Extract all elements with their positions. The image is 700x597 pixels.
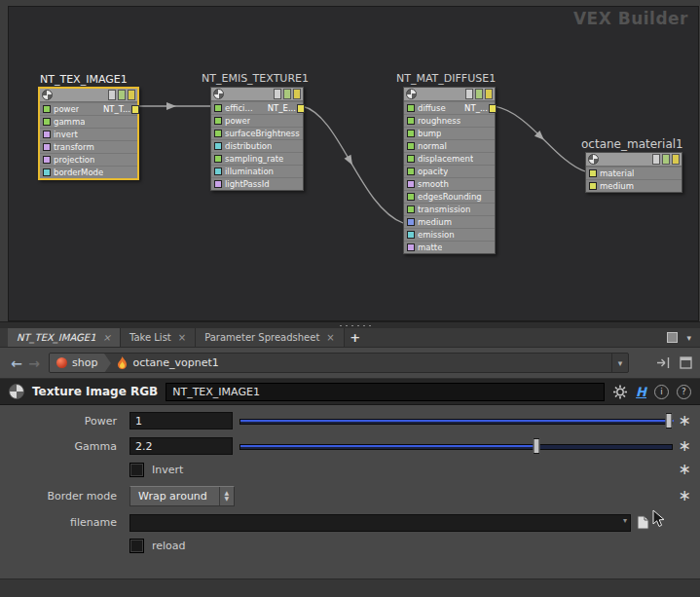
input-connector-icon[interactable]	[407, 117, 415, 125]
node-flag-icon[interactable]	[652, 154, 660, 165]
network-editor[interactable]: VEX Builder NT_TEX_IMAGE1 power NT_T...	[8, 6, 699, 321]
node-nt-emis-texture1[interactable]: NT_EMIS_TEXTURE1 effici... NT_E... power…	[210, 87, 304, 191]
tab-parameter-spreadsheet[interactable]: Parameter Spreadsheet ×	[196, 328, 345, 347]
node-nt-mat-diffuse1[interactable]: NT_MAT_DIFFUSE1 diffuse NT_... roughness…	[403, 87, 496, 254]
filename-field[interactable]	[129, 514, 631, 532]
node-input-row[interactable]: opacity	[404, 165, 495, 177]
file-chooser-icon[interactable]	[637, 515, 649, 530]
input-connector-icon[interactable]	[43, 156, 51, 164]
path-dropdown-icon[interactable]: ▾	[611, 354, 628, 372]
input-connector-icon[interactable]	[407, 218, 415, 226]
input-connector-icon[interactable]	[43, 143, 51, 151]
input-connector-icon[interactable]	[407, 180, 415, 188]
power-slider[interactable]	[239, 413, 673, 429]
node-name-input[interactable]	[166, 383, 605, 401]
input-connector-icon[interactable]	[214, 117, 222, 125]
close-icon[interactable]: ×	[178, 332, 186, 343]
node-flag-icon[interactable]	[662, 154, 670, 165]
node-input-row[interactable]: distribution	[211, 139, 303, 152]
node-input-row[interactable]: invert	[40, 128, 137, 140]
help-icon[interactable]: ?	[677, 385, 691, 399]
input-connector-icon[interactable]	[407, 205, 415, 213]
input-connector-icon[interactable]	[407, 130, 415, 137]
filename-dropdown-icon[interactable]: ▾	[623, 516, 627, 525]
input-connector-icon[interactable]	[407, 155, 415, 163]
slider-handle[interactable]	[533, 438, 539, 454]
info-icon[interactable]: i	[654, 385, 669, 399]
node-input-row[interactable]: power NT_T...	[40, 102, 137, 115]
node-flag-icon[interactable]	[108, 90, 116, 100]
pane-menu-chevron-icon[interactable]: ▾	[686, 333, 691, 343]
reload-checkbox[interactable]	[129, 539, 144, 553]
close-icon[interactable]: ×	[326, 332, 334, 343]
node-input-row[interactable]: edgesRounding	[404, 190, 495, 203]
node-header[interactable]	[586, 153, 682, 167]
output-connector-icon[interactable]	[489, 104, 497, 113]
input-connector-icon[interactable]	[214, 155, 222, 163]
node-input-row[interactable]: surfaceBrightness	[211, 127, 303, 139]
tab-take-list[interactable]: Take List ×	[121, 328, 196, 347]
node-input-row[interactable]: roughness	[404, 114, 495, 127]
node-input-row[interactable]: transmission	[404, 203, 495, 215]
input-connector-icon[interactable]	[43, 118, 51, 126]
node-input-row[interactable]: emission	[404, 228, 495, 241]
node-input-row[interactable]: matte	[404, 241, 495, 253]
power-value-field[interactable]	[129, 412, 233, 429]
pin-pane-icon[interactable]	[680, 356, 692, 369]
input-connector-icon[interactable]	[589, 182, 597, 190]
gamma-slider[interactable]	[239, 438, 673, 454]
parameter-gear-icon[interactable]: ∗	[679, 488, 691, 504]
link-pane-icon[interactable]	[656, 356, 672, 369]
input-connector-icon[interactable]	[43, 168, 51, 176]
wire[interactable]	[494, 106, 585, 171]
output-connector-icon[interactable]	[297, 104, 305, 113]
network-path-field[interactable]: shop octane_vopnet1 ▾	[49, 353, 629, 373]
border-mode-dropdown[interactable]: Wrap around ▲ ▼	[129, 486, 235, 506]
node-input-row[interactable]: material	[586, 167, 682, 179]
input-connector-icon[interactable]	[407, 142, 415, 150]
input-connector-icon[interactable]	[214, 168, 222, 175]
hda-indicator-icon[interactable]: H	[636, 385, 646, 399]
node-header[interactable]	[211, 88, 303, 101]
node-input-row[interactable]: diffuse NT_...	[404, 101, 495, 114]
node-flag-icon[interactable]	[274, 89, 281, 99]
input-connector-icon[interactable]	[407, 243, 415, 251]
gamma-value-field[interactable]	[129, 437, 233, 455]
node-input-row[interactable]: transform	[40, 140, 137, 153]
node-input-row[interactable]: lightPassId	[211, 177, 303, 190]
node-flag-icon[interactable]	[475, 89, 483, 99]
node-input-row[interactable]: normal	[404, 139, 495, 152]
node-input-row[interactable]: smooth	[404, 177, 495, 190]
node-input-row[interactable]: bump	[404, 127, 495, 139]
input-connector-icon[interactable]	[407, 168, 415, 175]
node-input-row[interactable]: displacement	[404, 152, 495, 165]
parameter-gear-icon[interactable]: ∗	[679, 438, 691, 454]
node-input-row[interactable]: medium	[404, 215, 495, 228]
dropdown-spinner-icon[interactable]: ▲ ▼	[219, 487, 234, 505]
node-flag-icon[interactable]	[465, 89, 473, 99]
parameter-gear-icon[interactable]: ∗	[679, 413, 691, 429]
node-header[interactable]	[40, 89, 137, 102]
node-input-row[interactable]: illumination	[211, 165, 303, 177]
node-input-row[interactable]: projection	[40, 153, 137, 166]
node-flag-icon[interactable]	[283, 89, 291, 99]
node-flag-icon[interactable]	[128, 90, 135, 100]
tab-nt-tex-image1[interactable]: NT_TEX_IMAGE1 ×	[8, 328, 121, 347]
breadcrumb-shop[interactable]: shop	[50, 354, 104, 372]
add-tab-button[interactable]: +	[345, 328, 366, 347]
node-input-row[interactable]: gamma	[40, 115, 137, 128]
slider-handle[interactable]	[665, 413, 672, 429]
node-octane-material1[interactable]: octane_material1 material medium	[585, 152, 682, 193]
input-connector-icon[interactable]	[214, 130, 222, 137]
output-connector-icon[interactable]	[131, 105, 139, 114]
node-input-row[interactable]: power	[211, 114, 303, 127]
parameter-gear-icon[interactable]: ∗	[679, 462, 691, 477]
input-connector-icon[interactable]	[589, 169, 597, 177]
divider-grip-icon[interactable]	[338, 324, 371, 327]
close-icon[interactable]: ×	[103, 332, 111, 343]
node-flag-icon[interactable]	[118, 90, 126, 100]
input-connector-icon[interactable]	[214, 180, 222, 188]
node-input-row[interactable]: medium	[586, 179, 682, 192]
input-connector-icon[interactable]	[214, 104, 222, 112]
invert-checkbox[interactable]	[129, 463, 144, 477]
